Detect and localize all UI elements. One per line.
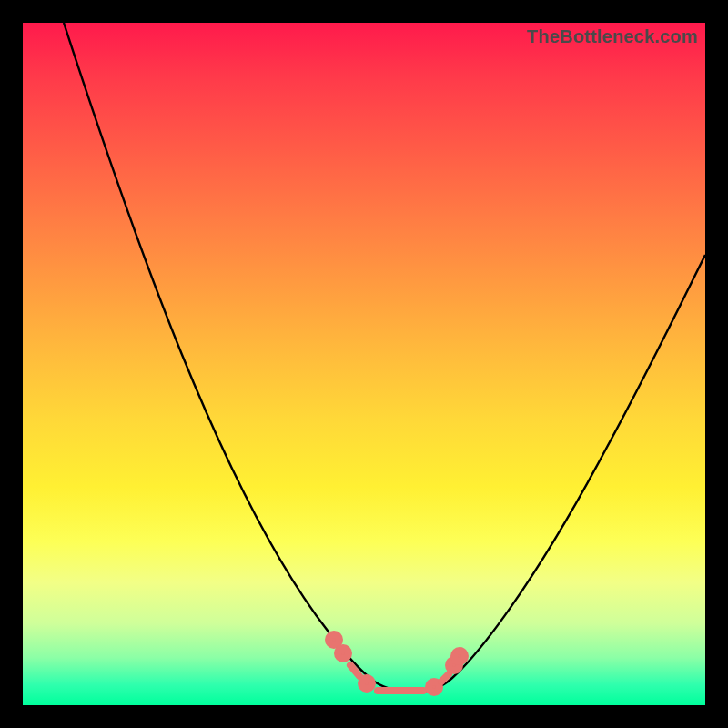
bottleneck-curve (23, 23, 705, 705)
svg-point-1 (338, 648, 349, 659)
svg-point-8 (454, 651, 465, 662)
svg-line-6 (441, 674, 449, 682)
svg-point-0 (329, 634, 339, 645)
svg-point-3 (361, 678, 372, 689)
chart-area: TheBottleneck.com (23, 23, 705, 705)
curve-path (64, 23, 705, 692)
svg-point-5 (429, 682, 440, 693)
